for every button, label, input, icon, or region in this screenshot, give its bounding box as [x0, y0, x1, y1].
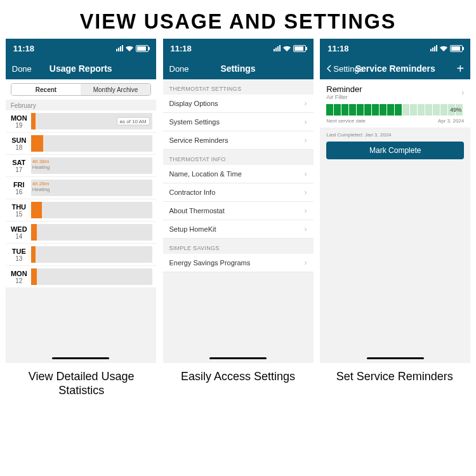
chevron-right-icon: › [305, 258, 307, 267]
settings-cell[interactable]: About Thermostat› [163, 202, 314, 220]
usage-mode: Heating [32, 187, 50, 192]
done-button[interactable]: Done [12, 64, 32, 74]
progress-block [364, 104, 371, 116]
usage-bar [31, 202, 152, 218]
chevron-right-icon: › [461, 88, 464, 97]
chevron-right-icon: › [305, 99, 307, 108]
chevron-right-icon: › [305, 136, 307, 145]
status-icons [274, 45, 306, 52]
signal-icon [116, 45, 123, 51]
navbar: Done Usage Reports [6, 58, 156, 79]
usage-row[interactable]: MON12 [6, 266, 156, 288]
reminder-subtitle: Air Filter [326, 94, 362, 100]
wifi-icon [440, 46, 447, 51]
group-header: SIMPLE SAVINGS [163, 239, 314, 254]
day-num: 13 [10, 255, 29, 262]
cell-label: System Settings [169, 118, 220, 126]
day-num: 15 [10, 211, 29, 218]
month-header: February [6, 100, 156, 110]
page-title: VIEW USAGE AND SETTINGS [12, 0, 465, 39]
settings-cell[interactable]: Setup HomeKit› [163, 220, 314, 239]
chevron-right-icon: › [305, 225, 307, 234]
home-indicator[interactable] [209, 357, 267, 359]
day-num: 18 [10, 144, 29, 151]
home-indicator[interactable] [367, 357, 424, 359]
navbar: Done Settings [163, 58, 314, 79]
group-header: THERMOSTAT INFO [163, 150, 314, 165]
cell-label: Display Options [169, 100, 218, 107]
day-name: MON [10, 114, 29, 122]
mark-complete-button[interactable]: Mark Complete [326, 142, 464, 159]
segmented-control[interactable]: Recent Monthly Archive [11, 83, 151, 96]
caption-service: Set Service Reminders [319, 369, 470, 397]
usage-bar [31, 246, 152, 263]
last-completed: Last Completed: Jan 3, 2024 [320, 128, 470, 142]
progress-block [326, 104, 333, 116]
day-name: SAT [10, 159, 29, 166]
day-num: 14 [10, 233, 29, 240]
day-name: FRI [10, 181, 29, 188]
signal-icon [274, 45, 281, 51]
clock: 11:18 [327, 44, 348, 53]
navbar: Settings Service Reminders + [320, 58, 470, 79]
progress-block [395, 104, 402, 116]
progress-block [357, 104, 364, 116]
cell-label: Contractor Info [169, 188, 216, 196]
day-num: 19 [10, 122, 29, 129]
seg-recent[interactable]: Recent [11, 84, 81, 95]
settings-cell[interactable]: Energy Savings Programs› [163, 254, 314, 272]
usage-row[interactable]: MON19as of 10 AM [6, 110, 156, 133]
progress-block [433, 104, 440, 116]
usage-duration: 4h 38m [32, 159, 50, 164]
progress-block [387, 104, 394, 116]
back-button[interactable]: Settings [326, 64, 363, 74]
usage-row[interactable]: SAT174h 38mHeating [6, 155, 156, 177]
cell-label: Setup HomeKit [169, 225, 216, 233]
settings-cell[interactable]: Service Reminders› [163, 131, 314, 150]
cell-label: Energy Savings Programs [169, 259, 251, 267]
cell-label: About Thermostat [169, 207, 225, 215]
wifi-icon [126, 46, 133, 51]
add-button[interactable]: + [457, 62, 465, 76]
phone-usage: 11:18 Done Usage Reports Recent Monthly … [6, 39, 156, 363]
progress-block [341, 104, 348, 116]
settings-cell[interactable]: Display Options› [163, 95, 314, 113]
group-header: THERMOSTAT SETTINGS [163, 79, 314, 95]
chevron-right-icon: › [305, 188, 307, 197]
phone-settings: 11:18 Done Settings THERMOSTAT SETTINGSD… [163, 39, 314, 363]
chevron-left-icon [326, 65, 331, 72]
clock: 11:18 [171, 44, 192, 53]
day-num: 12 [10, 277, 29, 284]
usage-row[interactable]: SUN18 [6, 133, 156, 155]
chevron-right-icon: › [305, 206, 307, 215]
progress-block [418, 104, 425, 116]
progress-block [440, 104, 447, 116]
chevron-right-icon: › [305, 117, 307, 126]
day-name: SUN [10, 136, 29, 144]
signal-icon [430, 45, 437, 51]
progress-block [334, 104, 341, 116]
home-indicator[interactable] [52, 357, 109, 359]
settings-cell[interactable]: Name, Location & Time› [163, 165, 314, 183]
nav-title: Settings [169, 63, 307, 74]
reminder-card[interactable]: Reminder Air Filter › 49% Next service d… [320, 79, 470, 128]
settings-cell[interactable]: Contractor Info› [163, 183, 314, 202]
usage-row[interactable]: FRI164h 26mHeating [6, 177, 156, 199]
day-num: 17 [10, 166, 29, 173]
caption-settings: Easily Access Settings [163, 369, 314, 397]
status-icons [430, 45, 463, 52]
cell-label: Service Reminders [169, 136, 228, 144]
seg-archive[interactable]: Monthly Archive [81, 84, 150, 95]
statusbar: 11:18 [320, 39, 470, 58]
usage-bar: as of 10 AM [31, 113, 152, 129]
progress-block [425, 104, 432, 116]
usage-row[interactable]: THU15 [6, 199, 156, 221]
done-button[interactable]: Done [169, 64, 189, 74]
clock: 11:18 [13, 44, 34, 53]
phone-service: 11:18 Settings Service Reminders + Remin… [320, 39, 470, 363]
usage-row[interactable]: TUE13 [6, 244, 156, 266]
nav-title: Usage Reports [12, 63, 150, 74]
battery-icon [450, 45, 463, 52]
usage-row[interactable]: WED14 [6, 221, 156, 244]
settings-cell[interactable]: System Settings› [163, 113, 314, 131]
